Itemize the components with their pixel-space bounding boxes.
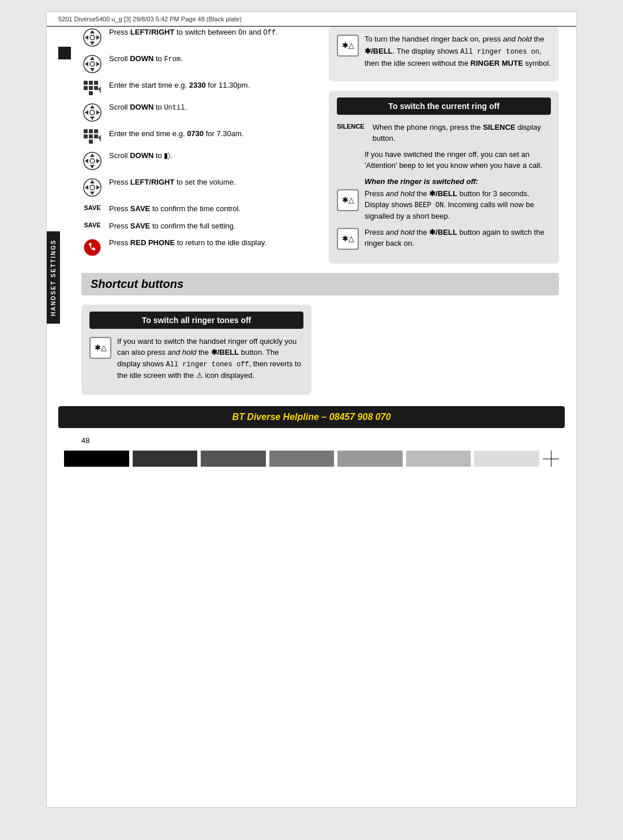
svg-rect-14 bbox=[94, 81, 98, 85]
color-block-7 bbox=[474, 451, 539, 467]
instruction-row-7: Press LEFT/RIGHT to set the volume. bbox=[81, 177, 312, 197]
color-block-4 bbox=[269, 451, 335, 467]
corner-mark bbox=[58, 47, 71, 59]
svg-marker-37 bbox=[85, 159, 88, 163]
svg-point-45 bbox=[90, 185, 95, 190]
instruction-row-5: Enter the end time e.g. 0730 for 7.30am. bbox=[81, 128, 312, 144]
svg-rect-29 bbox=[84, 134, 88, 138]
svg-marker-2 bbox=[90, 42, 95, 45]
svg-rect-28 bbox=[94, 129, 98, 133]
svg-marker-1 bbox=[90, 30, 95, 33]
color-block-3 bbox=[201, 451, 266, 467]
color-block-5 bbox=[337, 451, 403, 467]
header-text: 5201 Diverse5400 u_g [3] 29/8/03 5:42 PM… bbox=[58, 16, 242, 22]
current-ring-off-title: To switch the current ring off bbox=[337, 97, 551, 115]
star-bell-icon-3: ✱△ bbox=[89, 337, 111, 359]
svg-marker-24 bbox=[96, 110, 100, 115]
svg-marker-43 bbox=[85, 185, 88, 190]
nav-icon-3 bbox=[81, 103, 103, 122]
svg-marker-22 bbox=[90, 117, 95, 120]
italic-note: When the ringer is switched off: bbox=[365, 177, 551, 186]
svg-rect-30 bbox=[89, 134, 93, 138]
shortcut-section: Shortcut buttons To switch all ringer to… bbox=[47, 273, 576, 395]
svg-rect-17 bbox=[94, 86, 98, 90]
svg-marker-9 bbox=[85, 62, 88, 66]
svg-rect-12 bbox=[84, 81, 88, 85]
instruction-text-10: Press RED PHONE to return to the idle di… bbox=[109, 237, 312, 249]
color-block-2 bbox=[133, 451, 198, 467]
svg-marker-23 bbox=[85, 110, 88, 115]
color-block-6 bbox=[406, 451, 471, 467]
instruction-row-9: SAVE Press SAVE to confirm the full sett… bbox=[81, 220, 312, 232]
beep-on-text: Press and hold the ✱/BELL button for 3 s… bbox=[365, 188, 551, 222]
crosshair-bottom bbox=[543, 451, 559, 467]
svg-marker-7 bbox=[90, 57, 95, 60]
svg-marker-3 bbox=[85, 35, 88, 40]
shortcut-header: Shortcut buttons bbox=[81, 273, 559, 295]
svg-marker-42 bbox=[90, 192, 95, 195]
svg-rect-32 bbox=[89, 140, 93, 144]
right-top-box: ✱△ To turn the handset ringer back on, p… bbox=[329, 27, 559, 81]
footer-text: BT Diverse Helpline – 08457 908 070 bbox=[232, 412, 391, 422]
svg-point-25 bbox=[90, 110, 95, 115]
instruction-text-3: Enter the start time e.g. 2330 for 11.30… bbox=[109, 80, 312, 91]
svg-marker-8 bbox=[90, 68, 95, 72]
shortcut-right-spacer bbox=[329, 305, 559, 395]
svg-marker-10 bbox=[96, 62, 100, 66]
sidebar-tab: HANDSET SETTINGS bbox=[47, 231, 60, 324]
svg-marker-38 bbox=[96, 159, 100, 163]
svg-rect-15 bbox=[84, 86, 88, 90]
instruction-text-5: Enter the end time e.g. 0730 for 7.30am. bbox=[109, 128, 312, 140]
instruction-row-1: Press LEFT/RIGHT to switch between On an… bbox=[81, 27, 312, 47]
svg-marker-35 bbox=[90, 153, 95, 157]
shortcut-two-col: To switch all ringer tones off ✱△ If you… bbox=[81, 305, 559, 395]
star-bell-icon-top: ✱△ bbox=[337, 35, 359, 57]
svg-rect-31 bbox=[94, 134, 98, 138]
beep-on-row: ✱△ Press and hold the ✱/BELL button for … bbox=[337, 188, 551, 222]
svg-marker-4 bbox=[96, 35, 100, 40]
footer-bar: BT Diverse Helpline – 08457 908 070 bbox=[58, 406, 565, 428]
page: 5201 Diverse5400 u_g [3] 29/8/03 5:42 PM… bbox=[46, 12, 577, 808]
attention-text: If you have switched the ringer off, you… bbox=[365, 149, 551, 171]
instruction-text-1: Press LEFT/RIGHT to switch between On an… bbox=[109, 27, 312, 38]
instruction-row-4: Scroll DOWN to Until. bbox=[81, 102, 312, 122]
right-top-content: ✱△ To turn the handset ringer back on, p… bbox=[337, 33, 551, 70]
left-column: Press LEFT/RIGHT to switch between On an… bbox=[81, 27, 312, 264]
svg-point-5 bbox=[90, 35, 95, 40]
nav-icon-1 bbox=[81, 28, 103, 47]
instruction-row-10: Press RED PHONE to return to the idle di… bbox=[81, 237, 312, 257]
instruction-text-7: Press LEFT/RIGHT to set the volume. bbox=[109, 177, 312, 188]
main-content: Press LEFT/RIGHT to switch between On an… bbox=[47, 27, 576, 264]
svg-rect-27 bbox=[89, 129, 93, 133]
ringer-back-row: ✱△ Press and hold the ✱/BELL button agai… bbox=[337, 227, 551, 250]
instruction-row-2: Scroll DOWN to From. bbox=[81, 53, 312, 74]
svg-point-46 bbox=[84, 239, 100, 256]
header-bar: 5201 Diverse5400 u_g [3] 29/8/03 5:42 PM… bbox=[47, 12, 576, 27]
svg-marker-36 bbox=[90, 165, 95, 168]
silence-label: SILENCE bbox=[337, 123, 367, 130]
silence-text: When the phone rings, press the SILENCE … bbox=[373, 122, 551, 144]
instruction-row-8: SAVE Press SAVE to confirm the time cont… bbox=[81, 203, 312, 215]
svg-rect-18 bbox=[89, 91, 93, 95]
phone-icon bbox=[81, 238, 103, 257]
color-block-1 bbox=[64, 451, 129, 467]
sidebar-label: HANDSET SETTINGS bbox=[50, 239, 57, 316]
nav-icon-5 bbox=[81, 178, 103, 197]
instruction-row-3: Enter the start time e.g. 2330 for 11.30… bbox=[81, 80, 312, 96]
instruction-text-9: Press SAVE to confirm the full setting. bbox=[109, 220, 312, 232]
svg-rect-26 bbox=[84, 129, 88, 133]
nav-icon-2 bbox=[81, 54, 103, 74]
all-tones-content: ✱△ If you want to switch the handset rin… bbox=[89, 336, 303, 381]
keypad-icon-2 bbox=[81, 129, 103, 144]
star-bell-icon-2: ✱△ bbox=[337, 228, 359, 250]
keypad-icon-1 bbox=[81, 81, 103, 96]
save-label-1: SAVE bbox=[81, 204, 103, 211]
instruction-text-8: Press SAVE to confirm the time control. bbox=[109, 203, 312, 215]
svg-marker-19 bbox=[98, 87, 101, 93]
save-label-2: SAVE bbox=[81, 222, 103, 228]
right-top-text: To turn the handset ringer back on, pres… bbox=[365, 33, 551, 70]
instruction-text-4: Scroll DOWN to Until. bbox=[109, 102, 312, 113]
svg-rect-13 bbox=[89, 81, 93, 85]
right-column: ✱△ To turn the handset ringer back on, p… bbox=[329, 27, 559, 264]
instruction-text-6: Scroll DOWN to ▮〉. bbox=[109, 150, 312, 162]
